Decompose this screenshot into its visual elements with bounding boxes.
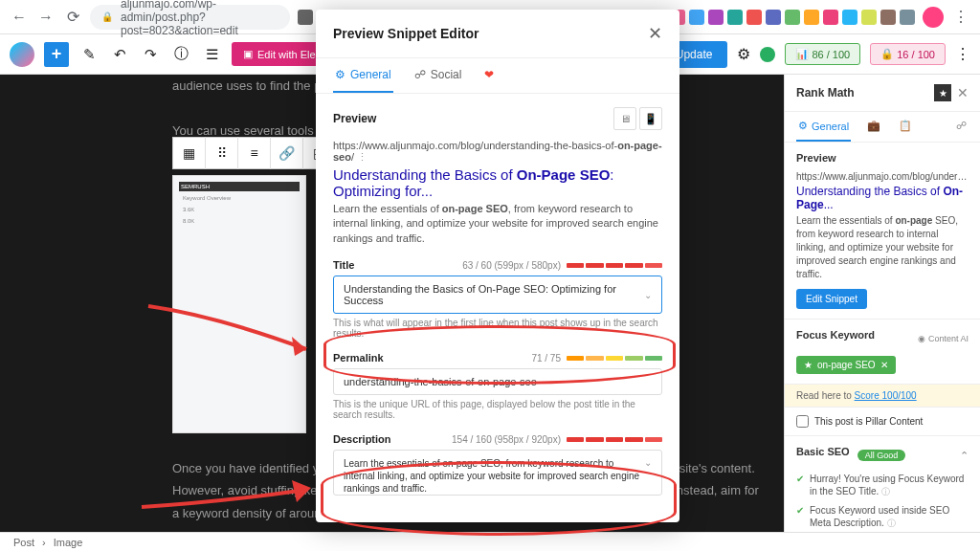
ext-icon[interactable] — [880, 10, 896, 25]
basic-seo-header[interactable]: Basic SEO All Good ⌃ — [796, 446, 969, 465]
title-help: This is what will appear in the first li… — [333, 318, 662, 339]
sidebar-serp-desc: Learn the essentials of on-page SEO, fro… — [796, 214, 969, 281]
description-count: 154 / 160 (958px / 920px) — [452, 434, 561, 445]
basic-seo-section: Basic SEO All Good ⌃ ✔Hurray! You're usi… — [785, 436, 980, 532]
chevron-right-icon: › — [42, 537, 46, 548]
edit-icon[interactable]: ✎ — [78, 44, 100, 65]
modal-body: Preview 🖥 📱 https://www.aljunmajo.com/bl… — [316, 94, 679, 522]
permalink-help: This is the unique URL of this page, dis… — [333, 399, 662, 420]
ext-icon[interactable] — [900, 10, 915, 25]
sidebar-tab-general[interactable]: ⚙General — [796, 112, 851, 142]
chevron-down-icon[interactable]: ⌄ — [644, 290, 652, 300]
editor-footer: Post › Image — [0, 532, 980, 551]
redo-button[interactable]: ↷ — [140, 44, 161, 65]
modal-tab-general[interactable]: ⚙General — [333, 58, 393, 93]
check-icon: ✔ — [796, 504, 804, 530]
settings-icon[interactable]: ⚙ — [737, 45, 750, 63]
info-icon[interactable]: ⓘ — [887, 518, 896, 528]
add-block-button[interactable]: + — [44, 42, 69, 67]
rankmath-score-1[interactable]: 📊86 / 100 — [785, 43, 860, 65]
ext-icon[interactable] — [298, 10, 313, 25]
forward-button[interactable]: → — [36, 8, 56, 27]
description-field-group: Description 154 / 160 (958px / 920px) Le… — [333, 433, 662, 496]
title-progress — [567, 263, 662, 268]
permalink-count: 71 / 75 — [531, 353, 561, 364]
rankmath-sidebar: Rank Math ★ ✕ ⚙General 💼 📋 ☍ Preview htt… — [784, 75, 980, 532]
check-item: ✔Hurray! You're using Focus Keyword in t… — [796, 473, 969, 498]
share-icon: ☍ — [414, 68, 426, 81]
yoast-indicator[interactable] — [760, 47, 775, 62]
breadcrumb-image[interactable]: Image — [54, 537, 83, 548]
serp-title: Understanding the Basics of On-Page SEO:… — [333, 166, 662, 199]
focus-keyword-label: Focus Keyword — [796, 329, 875, 341]
profile-avatar[interactable] — [923, 7, 944, 28]
undo-button[interactable]: ↶ — [109, 44, 130, 65]
score-help-link[interactable]: Read here to Score 100/100 — [785, 384, 980, 408]
info-icon[interactable]: ⓘ — [881, 487, 890, 496]
sidebar-tabs: ⚙General 💼 📋 ☍ — [785, 112, 980, 143]
ext-icon[interactable] — [727, 10, 743, 25]
serp-description: Learn the essentials of on-page SEO, fro… — [333, 202, 662, 246]
gear-icon: ⚙ — [335, 68, 345, 81]
permalink-label: Permalink — [333, 352, 384, 364]
preview-label: Preview — [796, 152, 969, 164]
ext-icon[interactable] — [746, 10, 762, 25]
rankmath-score-2[interactable]: 🔒16 / 100 — [870, 43, 946, 65]
keyword-pill[interactable]: ★on-page SEO✕ — [796, 356, 896, 374]
title-label: Title — [333, 259, 354, 271]
sidebar-tab-advanced[interactable]: 💼 — [865, 112, 882, 142]
permalink-input[interactable]: understanding-the-basics-of-on-page-seo — [333, 368, 662, 395]
sidebar-title: Rank Math — [796, 86, 855, 99]
modal-tab-social[interactable]: ☍Social — [412, 58, 464, 93]
ext-icon[interactable] — [842, 10, 858, 25]
options-icon[interactable]: ⋮ — [955, 45, 970, 63]
ext-icon[interactable] — [708, 10, 724, 25]
chevron-down-icon[interactable]: ⌄ — [644, 457, 652, 468]
ext-icon[interactable] — [766, 10, 781, 25]
remove-keyword-icon[interactable]: ✕ — [880, 360, 888, 370]
check-item: ✔Focus Keyword used inside SEO Meta Desc… — [796, 504, 969, 530]
ext-icon[interactable] — [785, 10, 800, 25]
link-icon[interactable]: 🔗 — [271, 137, 303, 169]
semrush-screenshot[interactable]: SEMRUSH Keyword Overview3.6K8.0K — [172, 175, 306, 433]
close-icon[interactable]: ✕ — [648, 23, 662, 44]
info-icon[interactable]: ⓘ — [170, 44, 191, 65]
back-button[interactable]: ← — [10, 8, 29, 27]
breadcrumb-post[interactable]: Post — [13, 537, 34, 548]
sidebar-serp-title: Understanding the Basics of On-Page... — [796, 185, 969, 211]
close-sidebar-icon[interactable]: ✕ — [957, 85, 969, 100]
ext-icon[interactable] — [804, 10, 819, 25]
ext-icon[interactable] — [689, 10, 704, 25]
mobile-preview-button[interactable]: 📱 — [639, 107, 662, 130]
list-view-icon[interactable]: ☰ — [201, 44, 222, 65]
pillar-checkbox[interactable]: This post is Pillar Content — [785, 408, 980, 436]
align-icon[interactable]: ≡ — [238, 137, 271, 169]
block-type-icon[interactable]: ▦ — [173, 137, 206, 169]
star-icon[interactable]: ★ — [934, 84, 951, 101]
serp-preview: https://www.aljunmajo.com/blog/understan… — [333, 140, 662, 246]
title-field-group: Title 63 / 60 (599px / 580px) Understand… — [333, 259, 662, 339]
description-input[interactable]: Learn the essentials of on-page SEO, fro… — [333, 450, 662, 496]
check-icon: ✔ — [796, 473, 804, 498]
pillar-checkbox-input[interactable] — [796, 415, 809, 428]
sidebar-tab-social[interactable]: ☍ — [954, 112, 969, 142]
desktop-preview-button[interactable]: 🖥 — [613, 107, 636, 130]
gear-icon: ⚙ — [798, 120, 808, 132]
drag-icon[interactable]: ⠿ — [206, 137, 238, 169]
ext-icon[interactable] — [861, 10, 877, 25]
preview-label: Preview — [333, 112, 376, 125]
all-good-badge: All Good — [858, 450, 906, 461]
sidebar-tab-schema[interactable]: 📋 — [897, 112, 914, 142]
serp-url: https://www.aljunmajo.com/blog/understan… — [333, 140, 662, 164]
url-bar[interactable]: 🔒 aljunmajo.com/wp-admin/post.php?post=8… — [90, 5, 290, 30]
content-ai-badge[interactable]: ◉Content AI — [918, 334, 969, 343]
chevron-up-icon: ⌃ — [960, 450, 969, 462]
ext-icon[interactable] — [823, 10, 838, 25]
title-input[interactable]: Understanding the Basics of On-Page SEO:… — [333, 276, 662, 314]
modal-tab-favorite[interactable]: ❤ — [482, 58, 496, 93]
reload-button[interactable]: ⟳ — [63, 8, 82, 27]
edit-snippet-button[interactable]: Edit Snippet — [796, 289, 867, 309]
modal-title: Preview Snippet Editor — [333, 26, 479, 41]
menu-button[interactable]: ⋮ — [951, 8, 970, 27]
site-logo[interactable] — [10, 42, 34, 67]
